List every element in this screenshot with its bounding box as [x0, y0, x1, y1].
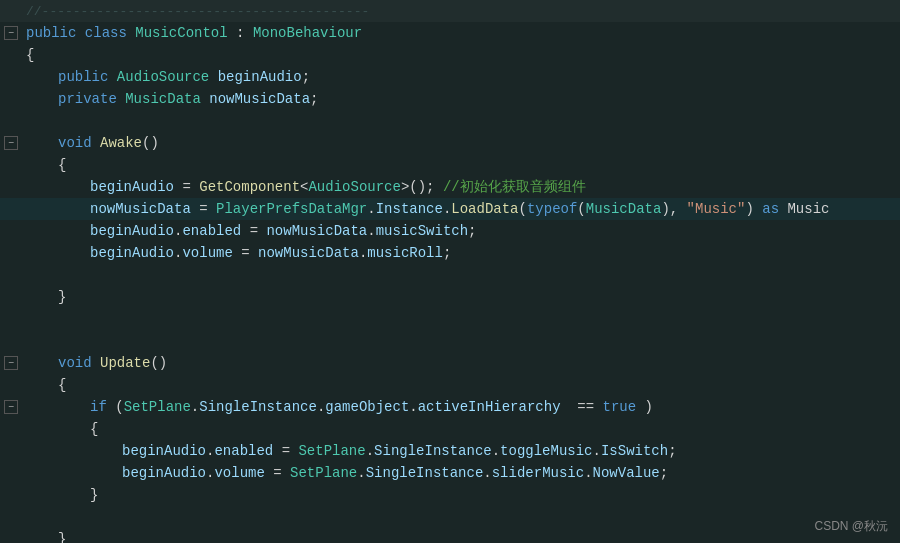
token: enabled [214, 443, 273, 459]
token: as [762, 201, 779, 217]
token: LoadData [451, 201, 518, 217]
token: toggleMusic [500, 443, 592, 459]
fold-button[interactable]: − [4, 400, 18, 414]
line-content: beginAudio.volume = SetPlane.SingleInsta… [22, 465, 900, 481]
token: "Music" [687, 201, 746, 217]
token: NowValue [593, 465, 660, 481]
line-content: void Update() [22, 355, 900, 371]
token: SetPlane [124, 399, 191, 415]
token: void [58, 355, 92, 371]
token: Awake [100, 135, 142, 151]
fold-button[interactable]: − [4, 356, 18, 370]
token: private [58, 91, 117, 107]
token: . [357, 465, 365, 481]
token: nowMusicData [266, 223, 367, 239]
token: nowMusicData [258, 245, 359, 261]
token: SingleInstance [366, 465, 484, 481]
dashes: //--------------------------------------… [26, 4, 369, 19]
token: . [191, 399, 199, 415]
code-line: { [0, 44, 900, 66]
token: } [58, 289, 66, 305]
token [209, 69, 217, 85]
code-line: −public class MusicContol : MonoBehaviou… [0, 22, 900, 44]
token: ( [577, 201, 585, 217]
token: ( [107, 399, 124, 415]
code-line: } [0, 528, 900, 543]
code-line: −void Update() [0, 352, 900, 374]
code-line: beginAudio = GetComponent<AudioSource>()… [0, 176, 900, 198]
token: Instance [376, 201, 443, 217]
code-line [0, 308, 900, 330]
token: == [561, 399, 603, 415]
token [92, 355, 100, 371]
token: beginAudio [90, 245, 174, 261]
code-line [0, 110, 900, 132]
token: musicRoll [367, 245, 443, 261]
token: : [228, 25, 253, 41]
line-content: beginAudio.enabled = SetPlane.SingleInst… [22, 443, 900, 459]
token: ; [302, 69, 310, 85]
fold-button[interactable]: − [4, 136, 18, 150]
watermark: CSDN @秋沅 [814, 518, 888, 535]
code-line [0, 506, 900, 528]
token: beginAudio [90, 179, 174, 195]
token: gameObject [325, 399, 409, 415]
token: SingleInstance [199, 399, 317, 415]
code-line: private MusicData nowMusicData; [0, 88, 900, 110]
token: ( [519, 201, 527, 217]
token [201, 91, 209, 107]
token: ; [660, 465, 668, 481]
token: void [58, 135, 92, 151]
token: MonoBehaviour [253, 25, 362, 41]
token: ; [443, 245, 451, 261]
line-content: } [22, 531, 900, 543]
token: beginAudio [122, 465, 206, 481]
token: true [603, 399, 637, 415]
token: GetComponent [199, 179, 300, 195]
token: AudioSource [117, 69, 209, 85]
token: AudioSource [308, 179, 400, 195]
token: . [483, 465, 491, 481]
token: nowMusicData [209, 91, 310, 107]
token: MusicContol [135, 25, 227, 41]
token: PlayerPrefsDataMgr [216, 201, 367, 217]
token: = [273, 443, 298, 459]
token: ) [745, 201, 762, 217]
code-line: public AudioSource beginAudio; [0, 66, 900, 88]
token: = [174, 179, 199, 195]
token: class [85, 25, 127, 41]
code-line [0, 264, 900, 286]
token: { [26, 47, 34, 63]
token: >(); [401, 179, 443, 195]
line-content: beginAudio = GetComponent<AudioSource>()… [22, 178, 900, 196]
token: ; [668, 443, 676, 459]
token: musicSwitch [376, 223, 468, 239]
code-line: { [0, 374, 900, 396]
token: = [241, 223, 266, 239]
token: MusicData [125, 91, 201, 107]
token: () [150, 355, 167, 371]
token: ; [468, 223, 476, 239]
token: . [366, 443, 374, 459]
token: //初始化获取音频组件 [443, 179, 586, 195]
token: . [409, 399, 417, 415]
fold-button[interactable]: − [4, 26, 18, 40]
line-content: void Awake() [22, 135, 900, 151]
line-content: { [22, 421, 900, 437]
token: nowMusicData [90, 201, 191, 217]
token: sliderMusic [492, 465, 584, 481]
token: () [142, 135, 159, 151]
line-content: beginAudio.enabled = nowMusicData.musicS… [22, 223, 900, 239]
line-content: public class MusicContol : MonoBehaviour [22, 25, 900, 41]
token: Update [100, 355, 150, 371]
token: beginAudio [218, 69, 302, 85]
code-line: beginAudio.enabled = SetPlane.SingleInst… [0, 440, 900, 462]
token: ) [636, 399, 653, 415]
line-content: public AudioSource beginAudio; [22, 69, 900, 85]
code-line [0, 330, 900, 352]
line-content: if (SetPlane.SingleInstance.gameObject.a… [22, 399, 900, 415]
line-content: //--------------------------------------… [22, 3, 900, 19]
token: SetPlane [290, 465, 357, 481]
token: if [90, 399, 107, 415]
token: } [58, 531, 66, 543]
